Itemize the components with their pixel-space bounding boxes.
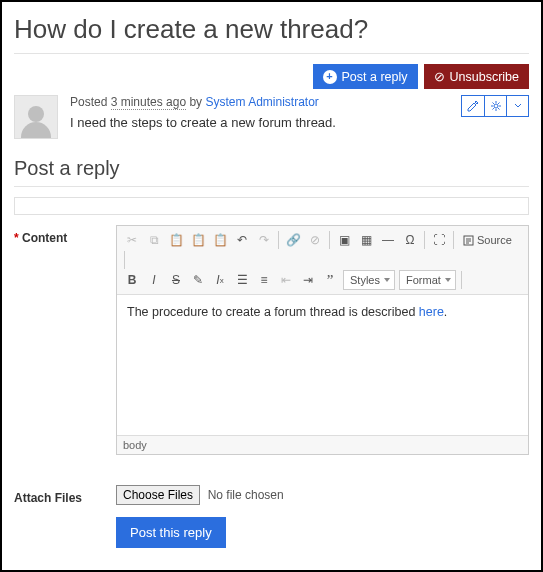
meta-prefix: Posted [70,95,107,109]
styles-dropdown[interactable]: Styles [343,270,395,290]
hr-icon[interactable]: ― [377,229,399,251]
attach-files-label: Attach Files [14,485,104,505]
paste-text-icon[interactable]: 📋 [187,229,209,251]
unsubscribe-button[interactable]: ⊘ Unsubscribe [424,64,529,89]
post-author-link[interactable]: System Administrator [205,95,318,109]
meta-by: by [189,95,202,109]
paste-word-icon[interactable]: 📋 [209,229,231,251]
reply-section-title: Post a reply [14,157,529,180]
caret-down-icon[interactable] [506,96,528,116]
outdent-icon[interactable]: ⇤ [275,269,297,291]
unlink-icon[interactable]: ⊘ [304,229,326,251]
redo-icon[interactable]: ↷ [253,229,275,251]
editor-text: The procedure to create a forum thread i… [127,305,419,319]
italic-icon[interactable]: I [143,269,165,291]
toolbar-separator [453,231,454,249]
paste-icon[interactable]: 📋 [165,229,187,251]
editor-link[interactable]: here [419,305,444,319]
choose-files-button[interactable]: Choose Files [116,485,200,505]
link-icon[interactable]: 🔗 [282,229,304,251]
divider [14,186,529,187]
maximize-icon[interactable]: ⛶ [428,229,450,251]
file-status-text: No file chosen [208,488,284,502]
editor-element-path[interactable]: body [117,435,528,454]
image-icon[interactable]: ▣ [333,229,355,251]
plus-circle-icon: + [323,70,337,84]
message-bar [14,197,529,215]
indent-icon[interactable]: ⇥ [297,269,319,291]
copy-icon[interactable]: ⧉ [143,229,165,251]
avatar [14,95,58,139]
svg-point-0 [494,104,498,108]
gear-icon[interactable] [484,96,506,116]
source-icon [463,235,474,246]
format-dropdown[interactable]: Format [399,270,456,290]
post-reply-label: Post a reply [342,70,408,84]
post-timestamp: 3 minutes ago [111,95,186,110]
divider [14,53,529,54]
bold-icon[interactable]: B [121,269,143,291]
toolbar-separator [424,231,425,249]
editor-toolbar: ✂ ⧉ 📋 📋 📋 ↶ ↷ 🔗 ⊘ ▣ ▦ ― Ω ⛶ [117,226,528,295]
editor-content-area[interactable]: The procedure to create a forum thread i… [117,295,528,435]
post-reply-button[interactable]: + Post a reply [313,64,418,89]
table-icon[interactable]: ▦ [355,229,377,251]
special-char-icon[interactable]: Ω [399,229,421,251]
toolbar-separator [124,251,125,269]
superscript-icon[interactable]: ✎ [187,269,209,291]
edit-icon[interactable] [462,96,484,116]
rich-text-editor: ✂ ⧉ 📋 📋 📋 ↶ ↷ 🔗 ⊘ ▣ ▦ ― Ω ⛶ [116,225,529,455]
toolbar-separator [329,231,330,249]
numbered-list-icon[interactable]: ☰ [231,269,253,291]
remove-format-icon[interactable]: Ix [209,269,231,291]
post-tools [461,95,529,117]
undo-icon[interactable]: ↶ [231,229,253,251]
strike-icon[interactable]: S [165,269,187,291]
required-marker: * [14,231,19,245]
content-label: * Content [14,225,104,245]
unsubscribe-icon: ⊘ [434,69,445,84]
bulleted-list-icon[interactable]: ≡ [253,269,275,291]
post-this-reply-button[interactable]: Post this reply [116,517,226,548]
post-body-text: I need the steps to create a new forum t… [70,115,529,130]
source-button[interactable]: Source [457,229,518,251]
cut-icon[interactable]: ✂ [121,229,143,251]
toolbar-separator [278,231,279,249]
page-title: How do I create a new thread? [14,14,529,45]
blockquote-icon[interactable]: ” [319,269,341,291]
unsubscribe-label: Unsubscribe [450,70,519,84]
toolbar-separator [461,271,462,289]
editor-text-suffix: . [444,305,447,319]
